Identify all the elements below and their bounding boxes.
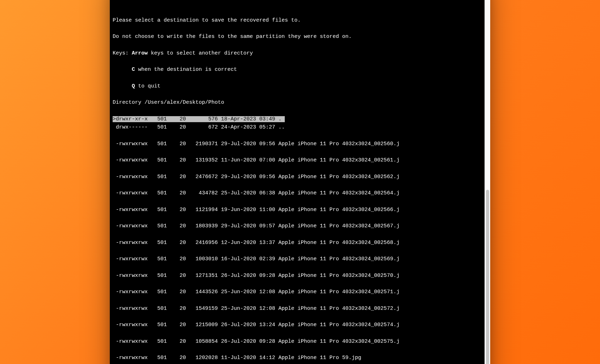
keys-hint: Keys: Arrow keys to select another direc… <box>113 49 482 57</box>
file-row[interactable]: -rwxrwxrwx 501 20 1271351 26-Jul-2020 09… <box>113 272 482 280</box>
scrollbar-track[interactable] <box>485 0 490 364</box>
file-row[interactable]: -rwxrwxrwx 501 20 1803939 29-Jul-2020 09… <box>113 222 482 230</box>
terminal-window: testdisk-folder — photorec ‹ sudo — 90×2… <box>110 0 490 364</box>
file-row[interactable]: -rwxrwxrwx 501 20 1121994 19-Jun-2020 11… <box>113 206 482 214</box>
scrollbar-thumb[interactable] <box>486 190 489 364</box>
file-row-selected[interactable]: >drwxr-xr-x 501 20 576 18-Apr-2023 03:49… <box>113 116 285 122</box>
file-row[interactable]: -rwxrwxrwx 501 20 434782 25-Jul-2020 06:… <box>113 189 482 197</box>
file-row[interactable]: -rwxrwxrwx 501 20 1058854 26-Jul-2020 09… <box>113 337 482 346</box>
file-row[interactable]: -rwxrwxrwx 501 20 1443526 25-Jun-2020 12… <box>113 288 482 296</box>
file-row[interactable]: -rwxrwxrwx 501 20 1549159 25-Jun-2020 12… <box>113 305 482 313</box>
terminal-area: PhotoRec 7.2-WIP, Data Recovery Utility,… <box>110 0 490 364</box>
file-row[interactable]: -rwxrwxrwx 501 20 2190371 29-Jul-2020 09… <box>113 140 482 148</box>
file-row[interactable]: -rwxrwxrwx 501 20 1003010 16-Jul-2020 02… <box>113 255 482 263</box>
instruction-line: Do not choose to write the files to the … <box>113 33 482 41</box>
terminal-content[interactable]: PhotoRec 7.2-WIP, Data Recovery Utility,… <box>110 0 485 364</box>
keys-hint: C when the destination is correct <box>113 66 482 74</box>
current-directory: Directory /Users/alex/Desktop/Photo <box>113 98 482 107</box>
file-row[interactable]: -rwxrwxrwx 501 20 1202028 11-Jul-2020 14… <box>113 354 482 362</box>
file-row[interactable]: -rwxrwxrwx 501 20 1319352 11-Jun-2020 07… <box>113 156 482 164</box>
keys-hint: Q to quit <box>113 82 482 90</box>
file-row[interactable]: drwx------ 501 20 672 24-Apr-2023 05:27 … <box>113 123 482 131</box>
instruction-line: Please select a destination to save the … <box>113 16 482 24</box>
file-row[interactable]: -rwxrwxrwx 501 20 1215009 26-Jul-2020 13… <box>113 321 482 329</box>
file-row[interactable]: -rwxrwxrwx 501 20 2416956 12-Jun-2020 13… <box>113 239 482 247</box>
file-row[interactable]: -rwxrwxrwx 501 20 2476672 29-Jul-2020 09… <box>113 173 482 181</box>
